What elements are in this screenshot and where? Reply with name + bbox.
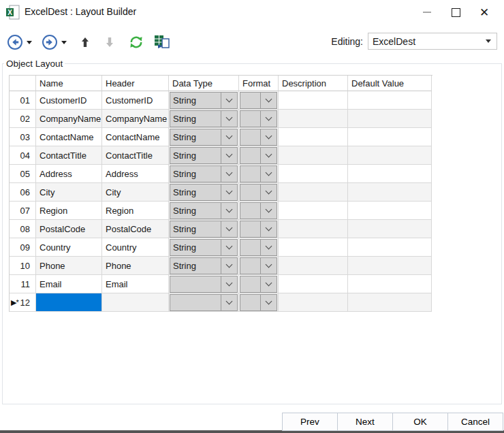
maximize-button[interactable]	[441, 0, 470, 25]
grid-cell-header[interactable]: Country	[102, 238, 169, 257]
data_type-combobox-dropdown[interactable]	[221, 240, 237, 255]
back-button[interactable]	[7, 34, 23, 50]
format-combobox[interactable]	[240, 257, 277, 274]
next-button[interactable]: Next	[337, 413, 393, 431]
row-header[interactable]: 11	[10, 275, 36, 293]
column-header-num[interactable]	[10, 76, 36, 91]
grid-cell-header[interactable]: ContactTitle	[102, 146, 169, 165]
row-header[interactable]: 09	[10, 238, 36, 257]
grid-cell-header[interactable]: PostalCode	[102, 220, 169, 238]
grid-cell-description[interactable]	[279, 238, 348, 257]
format-combobox-dropdown[interactable]	[260, 276, 277, 292]
format-combobox-dropdown[interactable]	[260, 185, 277, 200]
format-combobox-dropdown[interactable]	[260, 111, 277, 127]
row-header[interactable]: 07	[10, 202, 36, 220]
grid-cell-header[interactable]: City	[102, 183, 169, 202]
format-combobox[interactable]	[240, 221, 277, 238]
column-header-data_type[interactable]: Data Type	[169, 76, 239, 91]
format-combobox[interactable]	[240, 110, 277, 127]
forward-dropdown-caret[interactable]	[61, 41, 67, 44]
data_type-combobox[interactable]: String	[170, 221, 238, 238]
grid-cell-name[interactable]: CustomerID	[36, 91, 102, 110]
grid-cell-description[interactable]	[279, 257, 348, 275]
move-up-button[interactable]	[79, 35, 91, 49]
row-header[interactable]: 04	[10, 146, 36, 165]
row-header[interactable]: 02	[10, 110, 36, 128]
back-dropdown-caret[interactable]	[27, 41, 32, 44]
grid-cell-description[interactable]	[279, 202, 348, 220]
grid-cell-description[interactable]	[279, 91, 348, 110]
refresh-button[interactable]	[128, 34, 144, 50]
grid-cell-name[interactable]: Region	[36, 202, 102, 220]
grid-cell-header[interactable]: Phone	[102, 257, 169, 275]
data_type-combobox-dropdown[interactable]	[221, 166, 237, 182]
grid-cell-default-value[interactable]	[348, 220, 432, 238]
format-combobox[interactable]	[240, 165, 277, 182]
grid-cell-description[interactable]	[279, 165, 348, 183]
grid-cell-description[interactable]	[279, 275, 348, 293]
grid-cell-header[interactable]	[102, 293, 169, 312]
data_type-combobox-dropdown[interactable]	[221, 111, 237, 127]
grid-cell-description[interactable]	[279, 128, 348, 146]
data_type-combobox[interactable]	[170, 294, 238, 311]
grid-cell-header[interactable]: Email	[102, 275, 169, 293]
data_type-combobox[interactable]: String	[170, 129, 238, 146]
close-button[interactable]: ✕	[470, 0, 499, 25]
grid-cell-description[interactable]	[279, 220, 348, 238]
grid-cell-description[interactable]	[279, 146, 348, 165]
grid-cell-default-value[interactable]	[348, 146, 432, 165]
grid-cell-name[interactable]: Phone	[36, 257, 102, 275]
grid-cell-description[interactable]	[279, 293, 348, 312]
format-combobox-dropdown[interactable]	[260, 148, 277, 163]
cancel-button[interactable]: Cancel	[447, 413, 503, 431]
grid-cell-header[interactable]: CompanyName	[102, 110, 169, 128]
row-header[interactable]: 01	[10, 91, 36, 110]
format-combobox[interactable]	[240, 184, 277, 201]
format-combobox[interactable]	[240, 92, 277, 109]
grid-cell-header[interactable]: CustomerID	[102, 91, 169, 110]
row-header[interactable]: 10	[10, 257, 36, 275]
data_type-combobox-dropdown[interactable]	[221, 129, 237, 145]
grid-cell-default-value[interactable]	[348, 238, 432, 257]
format-combobox[interactable]	[240, 239, 277, 256]
data_type-combobox[interactable]: String	[170, 110, 238, 127]
format-combobox[interactable]	[240, 147, 277, 164]
grid-cell-name[interactable]: CompanyName	[36, 110, 102, 128]
grid-cell-default-value[interactable]	[348, 110, 432, 128]
grid-cell-default-value[interactable]	[348, 257, 432, 275]
data_type-combobox[interactable]: String	[170, 92, 238, 109]
grid-cell-name[interactable]: PostalCode	[36, 220, 102, 238]
row-header[interactable]: 06	[10, 183, 36, 202]
format-combobox-dropdown[interactable]	[260, 240, 277, 255]
row-header[interactable]: 05	[10, 165, 36, 183]
editing-combobox[interactable]: ExcelDest	[368, 33, 497, 50]
grid-cell-name[interactable]: Email	[36, 275, 102, 293]
grid-cell-name[interactable]: Address	[36, 165, 102, 183]
data_type-combobox-dropdown[interactable]	[221, 258, 237, 274]
data_type-combobox-dropdown[interactable]	[221, 148, 237, 163]
grid-cell-name[interactable]: ContactTitle	[36, 146, 102, 165]
format-combobox-dropdown[interactable]	[260, 129, 277, 145]
format-combobox-dropdown[interactable]	[260, 203, 277, 219]
format-combobox[interactable]	[240, 294, 277, 311]
data_type-combobox-dropdown[interactable]	[221, 221, 237, 237]
column-header-name[interactable]: Name	[36, 76, 102, 91]
format-combobox-dropdown[interactable]	[260, 258, 277, 274]
move-down-button[interactable]	[104, 35, 116, 49]
grid-cell-name[interactable]: City	[36, 183, 102, 202]
row-header[interactable]: 08	[10, 220, 36, 238]
data_type-combobox[interactable]: String	[170, 147, 238, 164]
format-combobox-dropdown[interactable]	[260, 295, 277, 310]
grid-cell-description[interactable]	[279, 183, 348, 202]
format-combobox-dropdown[interactable]	[260, 166, 277, 182]
grid-cell-name[interactable]: ContactName	[36, 128, 102, 146]
grid-cell-default-value[interactable]	[348, 128, 432, 146]
grid-cell-default-value[interactable]	[348, 183, 432, 202]
data_type-combobox-dropdown[interactable]	[221, 185, 237, 200]
format-combobox[interactable]	[240, 129, 277, 146]
data_type-combobox[interactable]: String	[170, 239, 238, 256]
format-combobox-dropdown[interactable]	[260, 221, 277, 237]
data_type-combobox[interactable]	[170, 276, 238, 293]
excel-export-button[interactable]	[154, 35, 170, 50]
forward-button[interactable]	[42, 34, 58, 50]
